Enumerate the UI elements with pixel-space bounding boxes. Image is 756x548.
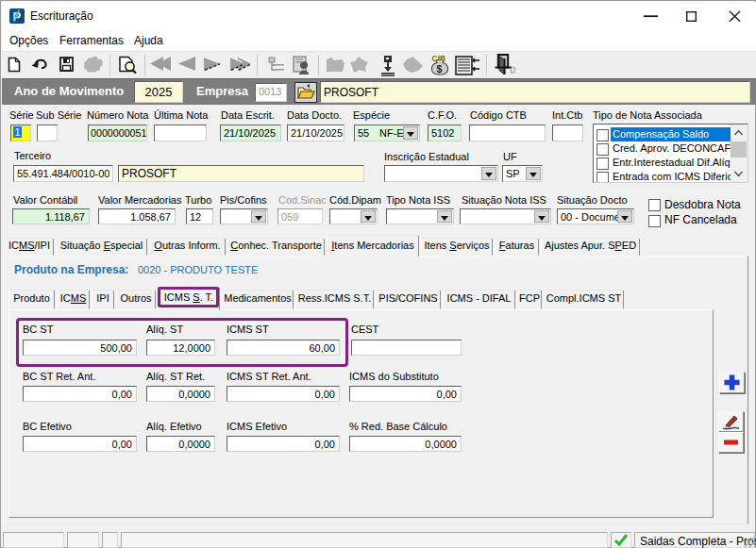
svg-text:$: $	[437, 63, 443, 75]
